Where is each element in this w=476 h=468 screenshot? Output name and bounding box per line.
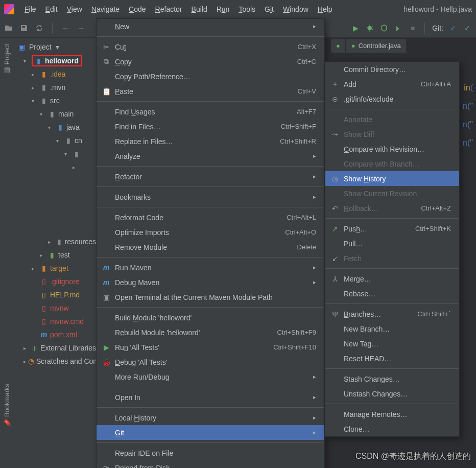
cm-openterm[interactable]: ▣Open Terminal at the Current Maven Modu…: [97, 290, 324, 305]
chevron-down-icon[interactable]: ▾: [23, 58, 30, 64]
cm-bookmarks[interactable]: Bookmarks▸: [97, 190, 324, 204]
chevron-right-icon[interactable]: ▸: [40, 252, 46, 258]
chevron-right-icon[interactable]: ▸: [23, 345, 29, 351]
gm-rebase[interactable]: Rebase…: [325, 286, 459, 301]
chevron-down-icon[interactable]: ▾: [48, 125, 54, 130]
cm-cut[interactable]: ✂CutCtrl+X: [97, 39, 324, 54]
project-pane-header[interactable]: ▣ Project ▾: [14, 41, 96, 53]
back-icon[interactable]: ←: [61, 24, 70, 33]
tree-external-libs[interactable]: ▸⫼External Libraries: [16, 341, 96, 355]
gm-add[interactable]: ＋AddCtrl+Alt+A: [325, 77, 459, 91]
cm-replaceinfiles[interactable]: Replace in Files…Ctrl+Shift+R: [97, 134, 324, 149]
menu-run[interactable]: Run: [212, 3, 234, 15]
cm-findinfiles[interactable]: Find in Files…Ctrl+Shift+F: [97, 119, 324, 134]
gm-stash[interactable]: Stash Changes…: [325, 371, 459, 386]
sync-icon[interactable]: [35, 24, 44, 33]
coverage-icon[interactable]: [379, 24, 389, 33]
cm-debugall[interactable]: 🐞Debug 'All Tests': [97, 355, 324, 369]
cm-copy[interactable]: ⧉CopyCtrl+C: [97, 54, 324, 69]
gm-commitdir[interactable]: Commit Directory…: [325, 62, 459, 77]
cm-reformat[interactable]: Reformat CodeCtrl+Alt+L: [97, 210, 324, 225]
save-icon[interactable]: [19, 24, 29, 33]
gm-cmprev[interactable]: Compare with Revision…: [325, 142, 459, 156]
tree-mvnw[interactable]: ▯mvnw: [16, 301, 96, 315]
chevron-right-icon[interactable]: ▸: [73, 165, 79, 170]
chevron-right-icon[interactable]: ▸: [32, 85, 38, 90]
menu-tools[interactable]: Tools: [234, 3, 259, 15]
menu-navigate[interactable]: Navigate: [87, 3, 124, 15]
chevron-down-icon[interactable]: ▾: [64, 151, 70, 157]
editor-tab-1[interactable]: ●: [331, 39, 345, 53]
cm-runall[interactable]: ▶Run 'All Tests'Ctrl+Shift+F10: [97, 340, 324, 355]
chevron-down-icon[interactable]: ▾: [56, 43, 59, 51]
tree-java[interactable]: ▾▮java: [16, 121, 96, 134]
bookmarks-tool-tab[interactable]: 🔖 Bookmarks: [3, 384, 11, 427]
forward-icon[interactable]: →: [76, 24, 85, 33]
gm-unstash[interactable]: Unstash Changes…: [325, 386, 459, 401]
chevron-right-icon[interactable]: ▸: [32, 72, 38, 77]
tree-pom[interactable]: mpom.xml: [16, 328, 96, 341]
run-icon[interactable]: ▶: [351, 24, 360, 33]
cm-localhistory[interactable]: Local History▸: [97, 410, 324, 425]
project-tool-tab[interactable]: ▤ Project: [3, 44, 11, 75]
gm-push[interactable]: ↗Push…Ctrl+Shift+K: [325, 221, 459, 236]
menu-build[interactable]: Build: [187, 3, 211, 15]
cm-findusages[interactable]: Find UsagesAlt+F7: [97, 104, 324, 119]
menu-code[interactable]: Code: [125, 3, 150, 15]
chevron-down-icon[interactable]: ▾: [32, 98, 38, 104]
cm-optimize[interactable]: Optimize ImportsCtrl+Alt+O: [97, 225, 324, 240]
tree-gitignore[interactable]: ▯.gitignore: [16, 275, 96, 288]
tree-subpkg2[interactable]: ▸: [16, 160, 96, 174]
tree-idea[interactable]: ▸▮.idea: [16, 67, 96, 81]
tree-resources[interactable]: ▸▮resources: [16, 235, 96, 248]
chevron-down-icon[interactable]: ▾: [40, 111, 46, 117]
cm-debugmaven[interactable]: mDebug Maven▸: [97, 275, 324, 290]
cm-reload[interactable]: ⟳Reload from Disk: [97, 460, 324, 468]
cm-removemod[interactable]: Remove ModuleDelete: [97, 240, 324, 254]
tree-mvnwcmd[interactable]: ▯mvnw.cmd: [16, 315, 96, 328]
tree-test[interactable]: ▸▮test: [16, 248, 96, 262]
gm-newtag[interactable]: New Tag…: [325, 336, 459, 351]
menu-view[interactable]: View: [63, 3, 86, 15]
git-commit-icon[interactable]: ✓: [463, 24, 472, 33]
tree-cn[interactable]: ▾▮cn: [16, 134, 96, 147]
gm-newbranch[interactable]: New Branch…: [325, 321, 459, 336]
editor-tab-2[interactable]: ●Controller.java: [346, 39, 406, 53]
cm-copypath[interactable]: Copy Path/Reference…: [97, 69, 324, 84]
menu-refactor[interactable]: Refactor: [151, 3, 186, 15]
tree-target[interactable]: ▸▮target: [16, 262, 96, 275]
gm-manageremotes[interactable]: Manage Remotes…: [325, 407, 459, 422]
cm-git[interactable]: Git▸: [97, 425, 324, 440]
profile-icon[interactable]: ⏵: [394, 24, 403, 33]
cm-paste[interactable]: 📋PasteCtrl+V: [97, 84, 324, 99]
chevron-down-icon[interactable]: ▾: [56, 138, 62, 144]
tree-src[interactable]: ▾▮src: [16, 94, 96, 107]
cm-refactor[interactable]: Refactor▸: [97, 169, 324, 184]
debug-icon[interactable]: [365, 24, 374, 33]
cm-buildmod[interactable]: Build Module 'helloword': [97, 310, 324, 325]
gm-branches[interactable]: ΨBranches…Ctrl+Shift+`: [325, 307, 459, 321]
git-update-icon[interactable]: ✓: [448, 24, 458, 33]
cm-repair[interactable]: Repair IDE on File: [97, 446, 324, 460]
gm-exclude[interactable]: ⊝.git/info/exclude: [325, 91, 459, 106]
chevron-right-icon[interactable]: ▸: [48, 239, 54, 245]
cm-rebuildmod[interactable]: Rebuild Module 'helloword'Ctrl+Shift+F9: [97, 325, 324, 340]
tree-root[interactable]: ▾ ▮ helloword: [16, 54, 96, 67]
menu-edit[interactable]: Edit: [41, 3, 62, 15]
cm-analyze[interactable]: Analyze▸: [97, 149, 324, 163]
stop-icon[interactable]: ■: [408, 24, 417, 33]
cm-new[interactable]: New▸: [97, 19, 324, 34]
tree-main[interactable]: ▾▮main: [16, 107, 96, 121]
chevron-right-icon[interactable]: ▸: [23, 359, 26, 364]
menu-file[interactable]: FFileile: [20, 3, 40, 15]
tree-mvn[interactable]: ▸▮.mvn: [16, 81, 96, 94]
chevron-right-icon[interactable]: ▸: [32, 266, 38, 271]
gm-showhistory[interactable]: ◷Show History: [325, 171, 459, 186]
tree-subpkg[interactable]: ▾▮: [16, 147, 96, 160]
menu-window[interactable]: Window: [279, 3, 313, 15]
cm-morerun[interactable]: More Run/Debug▸: [97, 369, 324, 384]
gm-pull[interactable]: Pull…: [325, 236, 459, 251]
tree-helpmd[interactable]: ▯HELP.md: [16, 288, 96, 301]
open-icon[interactable]: [4, 24, 13, 33]
cm-openin[interactable]: Open In▸: [97, 390, 324, 405]
